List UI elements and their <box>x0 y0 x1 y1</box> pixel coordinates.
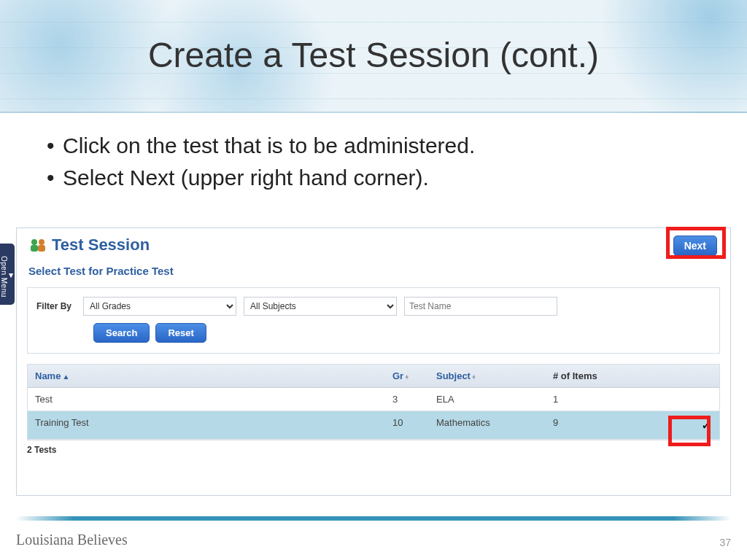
brand-text: Louisiana Believes <box>16 532 128 548</box>
cell-name: Test <box>28 388 385 411</box>
col-header-blank <box>648 365 719 387</box>
reset-button[interactable]: Reset <box>155 323 206 343</box>
col-header-gr[interactable]: Gr♦ <box>385 365 429 387</box>
cell-items: 9 <box>546 411 648 439</box>
table-row[interactable]: Test 3 ELA 1 <box>28 388 719 411</box>
tests-grid: Name▲ Gr♦ Subject♦ # of Items Test 3 ELA… <box>27 364 720 440</box>
open-menu-tab[interactable]: ▶ Open Menu <box>0 244 15 305</box>
app-subtitle: Select Test for Practice Test <box>28 265 719 277</box>
cell-items: 1 <box>546 388 648 411</box>
filter-by-label: Filter By <box>36 301 71 311</box>
filter-row: Filter By All Grades All Subjects <box>36 297 711 316</box>
table-row[interactable]: Training Test 10 Mathematics 9 ✓ <box>28 411 719 440</box>
slide-title: Create a Test Session (cont.) <box>0 35 747 75</box>
footer-divider <box>16 516 731 521</box>
cell-gr: 10 <box>385 411 429 439</box>
subjects-select[interactable]: All Subjects <box>244 297 397 316</box>
svg-rect-3 <box>38 245 45 252</box>
test-name-input[interactable] <box>404 297 557 316</box>
app-header: Test Session Select Test for Practice Te… <box>17 228 730 277</box>
cell-gr: 3 <box>385 388 429 411</box>
bullet-item: Select Next (upper right hand corner). <box>44 166 703 190</box>
grid-header: Name▲ Gr♦ Subject♦ # of Items <box>28 365 719 388</box>
app-title-row: Test Session <box>28 236 719 254</box>
grid-footer-count: 2 Tests <box>17 440 730 455</box>
col-header-subject[interactable]: Subject♦ <box>429 365 546 387</box>
svg-point-2 <box>39 239 44 245</box>
app-title: Test Session <box>52 236 150 254</box>
app-panel: Test Session Select Test for Practice Te… <box>16 228 731 496</box>
cell-subject: Mathematics <box>429 411 546 439</box>
slide-header-bg: Create a Test Session (cont.) <box>0 0 747 113</box>
sort-neutral-icon: ♦ <box>472 373 476 381</box>
next-highlight-box <box>666 227 726 259</box>
cell-subject: ELA <box>429 388 546 411</box>
sort-neutral-icon: ♦ <box>405 373 409 381</box>
cell-check <box>648 388 719 411</box>
col-header-items[interactable]: # of Items <box>546 365 648 387</box>
filter-panel: Filter By All Grades All Subjects Search… <box>27 287 720 354</box>
slide-body: Click on the test that is to be administ… <box>0 113 747 190</box>
people-icon <box>28 237 47 253</box>
grades-select[interactable]: All Grades <box>83 297 236 316</box>
col-header-name[interactable]: Name▲ <box>28 365 385 387</box>
filter-button-row: Search Reset <box>36 323 711 343</box>
page-number: 37 <box>719 537 731 548</box>
svg-rect-1 <box>31 245 38 252</box>
bullet-item: Click on the test that is to be administ… <box>44 133 703 158</box>
search-button[interactable]: Search <box>93 323 150 343</box>
bullet-list: Click on the test that is to be administ… <box>44 133 703 190</box>
check-highlight-box <box>668 416 711 446</box>
cell-name: Training Test <box>28 411 385 439</box>
sort-asc-icon: ▲ <box>62 373 69 381</box>
svg-point-0 <box>31 239 37 245</box>
